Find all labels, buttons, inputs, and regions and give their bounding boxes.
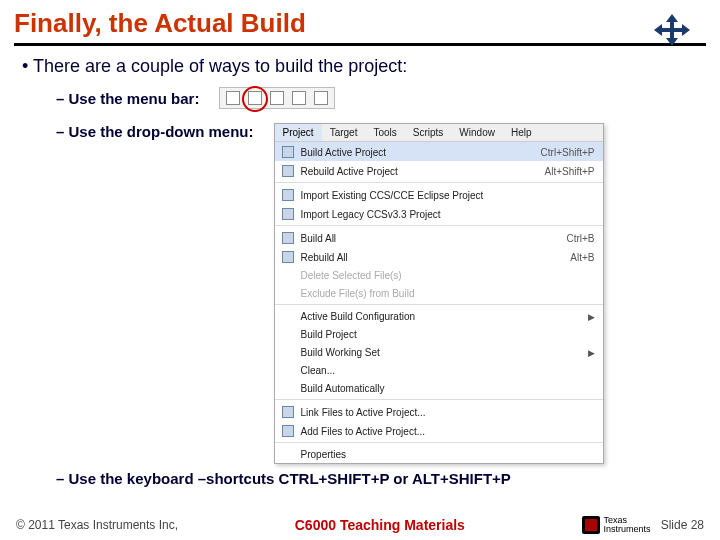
menu-item-shortcut: Alt+B — [570, 252, 594, 263]
toolbar-icon — [292, 91, 306, 105]
menu-item-icon — [279, 208, 297, 220]
ti-chip-icon — [582, 516, 600, 534]
copyright: © 2011 Texas Instruments Inc, — [16, 518, 178, 532]
submenu-arrow-icon: ▶ — [588, 312, 595, 322]
menu-item[interactable]: Rebuild Active ProjectAlt+Shift+P — [275, 161, 603, 180]
menu-item-label: Rebuild All — [301, 252, 559, 263]
menu-item-shortcut: Ctrl+Shift+P — [541, 147, 595, 158]
menu-item[interactable]: Import Legacy CCSv3.3 Project — [275, 204, 603, 223]
menu-item-label: Clean... — [301, 365, 595, 376]
menu-item-label: Import Legacy CCSv3.3 Project — [301, 209, 595, 220]
menu-item: Delete Selected File(s) — [275, 266, 603, 284]
menu-item-label: Build All — [301, 233, 555, 244]
menu-item-label: Properties — [301, 449, 595, 460]
footer-center: C6000 Teaching Materials — [178, 517, 582, 533]
footer: © 2011 Texas Instruments Inc, C6000 Teac… — [0, 516, 720, 534]
menu-separator — [275, 182, 603, 183]
menu-item[interactable]: Build Automatically — [275, 379, 603, 397]
menu-item-icon — [279, 146, 297, 158]
menu-item-icon — [279, 251, 297, 263]
menubar-item[interactable]: Tools — [365, 124, 404, 141]
menu-item-icon — [279, 425, 297, 437]
main-bullet: There are a couple of ways to build the … — [22, 56, 720, 77]
menu-item-icon — [279, 189, 297, 201]
menu-item[interactable]: Rebuild AllAlt+B — [275, 247, 603, 266]
menu-item[interactable]: Add Files to Active Project... — [275, 421, 603, 440]
menu-item[interactable]: Clean... — [275, 361, 603, 379]
menu-separator — [275, 225, 603, 226]
menu-item-icon — [279, 406, 297, 418]
menu-item-label: Active Build Configuration — [301, 311, 580, 322]
menu-item[interactable]: Build Working Set▶ — [275, 343, 603, 361]
slide-number: Slide 28 — [661, 518, 704, 532]
menu-separator — [275, 442, 603, 443]
highlight-circle — [242, 86, 268, 112]
menu-item-label: Build Working Set — [301, 347, 580, 358]
menu-item-label: Delete Selected File(s) — [301, 270, 595, 281]
menu-item[interactable]: Link Files to Active Project... — [275, 402, 603, 421]
menu-item[interactable]: Build Project — [275, 325, 603, 343]
toolbar-screenshot — [219, 87, 335, 109]
menu-item[interactable]: Import Existing CCS/CCE Eclipse Project — [275, 185, 603, 204]
menu-item[interactable]: Build Active ProjectCtrl+Shift+P — [275, 142, 603, 161]
sub-bullet-keyboard: Use the keyboard –shortcuts CTRL+SHIFT+P… — [56, 470, 720, 487]
menubar-item[interactable]: Scripts — [405, 124, 452, 141]
menu-item-label: Add Files to Active Project... — [301, 426, 595, 437]
menu-item-label: Build Active Project — [301, 147, 529, 158]
menu-separator — [275, 399, 603, 400]
menu-item-label: Link Files to Active Project... — [301, 407, 595, 418]
slide-title: Finally, the Actual Build — [0, 0, 720, 43]
ti-logo-text: TexasInstruments — [604, 516, 651, 534]
menu-item-label: Build Project — [301, 329, 595, 340]
title-rule — [14, 43, 706, 46]
menu-item-label: Exclude File(s) from Build — [301, 288, 595, 299]
menu-item-icon — [279, 165, 297, 177]
menu-item[interactable]: Active Build Configuration▶ — [275, 307, 603, 325]
menu-item-label: Build Automatically — [301, 383, 595, 394]
menu-bar: ProjectTargetToolsScriptsWindowHelp — [275, 124, 603, 142]
dropdown-menu-screenshot: ProjectTargetToolsScriptsWindowHelp Buil… — [274, 123, 604, 464]
menu-item[interactable]: Properties — [275, 445, 603, 463]
menu-item-shortcut: Alt+Shift+P — [544, 166, 594, 177]
menu-separator — [275, 304, 603, 305]
menu-item[interactable]: Build AllCtrl+B — [275, 228, 603, 247]
menu-item-label: Import Existing CCS/CCE Eclipse Project — [301, 190, 595, 201]
menu-item-shortcut: Ctrl+B — [566, 233, 594, 244]
menu-item: Exclude File(s) from Build — [275, 284, 603, 302]
toolbar-icon — [270, 91, 284, 105]
menubar-item[interactable]: Window — [451, 124, 503, 141]
toolbar-icon — [226, 91, 240, 105]
menu-item-label: Rebuild Active Project — [301, 166, 533, 177]
ti-logo: TexasInstruments — [582, 516, 651, 534]
submenu-arrow-icon: ▶ — [588, 348, 595, 358]
menubar-item[interactable]: Help — [503, 124, 540, 141]
toolbar-icon — [314, 91, 328, 105]
menubar-item[interactable]: Project — [275, 124, 322, 141]
menubar-item[interactable]: Target — [322, 124, 366, 141]
sub-bullet-menubar: Use the menu bar: — [56, 90, 199, 107]
university-logo — [648, 12, 696, 60]
sub-bullet-dropdown: Use the drop-down menu: — [56, 123, 254, 140]
menu-item-icon — [279, 232, 297, 244]
